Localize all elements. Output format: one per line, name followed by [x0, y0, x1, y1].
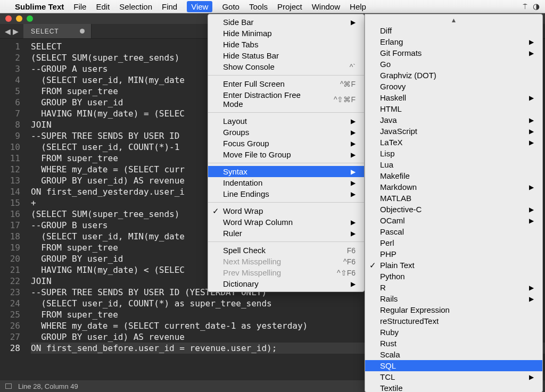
- menu-item-label: Hide Minimap: [223, 29, 272, 38]
- syntax-item-latex[interactable]: LaTeX▶: [365, 137, 542, 148]
- submenu-arrow-icon: ▶: [513, 94, 534, 102]
- syntax-item-matlab[interactable]: MATLAB: [365, 193, 542, 204]
- submenu-arrow-icon: ▶: [513, 38, 534, 46]
- syntax-item-html[interactable]: HTML: [365, 103, 542, 114]
- menu-item-label: Ruler: [223, 229, 242, 238]
- menu-find[interactable]: Find: [162, 2, 177, 11]
- syntax-item-graphviz-dot-[interactable]: Graphviz (DOT): [365, 70, 542, 81]
- syntax-item-erlang[interactable]: Erlang▶: [365, 36, 542, 47]
- cursor-position[interactable]: Line 28, Column 49: [18, 382, 78, 390]
- view-item-dictionary[interactable]: Dictionary▶: [208, 278, 364, 289]
- menu-item-label: HTML: [380, 104, 402, 113]
- menu-file[interactable]: File: [73, 2, 86, 11]
- menu-view[interactable]: View: [187, 1, 212, 12]
- tab-nav-arrows[interactable]: ◀ ▶: [0, 24, 23, 38]
- syntax-item-ocaml[interactable]: OCaml▶: [365, 215, 542, 226]
- syntax-item-javascript[interactable]: JavaScript▶: [365, 126, 542, 137]
- zoom-window-button[interactable]: [27, 15, 33, 22]
- menu-help[interactable]: Help: [350, 2, 366, 11]
- menu-item-label: Enter Distraction Free Mode: [223, 90, 318, 109]
- menu-item-label: Lua: [380, 160, 393, 169]
- view-item-focus-group[interactable]: Focus Group▶: [208, 138, 364, 149]
- syntax-item-git-formats[interactable]: Git Formats▶: [365, 47, 542, 59]
- syntax-item-objective-c[interactable]: Objective-C▶: [365, 204, 542, 215]
- close-window-button[interactable]: [5, 15, 12, 22]
- panel-switcher-icon[interactable]: [5, 383, 12, 389]
- syntax-item-markdown[interactable]: Markdown▶: [365, 181, 542, 193]
- syntax-item-perl[interactable]: Perl: [365, 237, 542, 248]
- tab-select[interactable]: SELECT: [23, 24, 92, 38]
- view-item-layout[interactable]: Layout▶: [208, 115, 364, 127]
- syntax-item-python[interactable]: Python: [365, 271, 542, 282]
- view-item-enter-full-screen[interactable]: Enter Full Screen^⌘F: [208, 78, 364, 89]
- view-item-hide-status-bar[interactable]: Hide Status Bar: [208, 50, 364, 61]
- view-item-enter-distraction-free-mode[interactable]: Enter Distraction Free Mode^⇧⌘F: [208, 89, 364, 110]
- view-item-move-file-to-group[interactable]: Move File to Group▶: [208, 149, 364, 160]
- syntax-item-diff[interactable]: Diff: [365, 25, 542, 36]
- menu-item-label: Indentation: [223, 178, 262, 187]
- syntax-item-rust[interactable]: Rust: [365, 338, 542, 349]
- menu-window[interactable]: Window: [312, 2, 340, 11]
- syntax-item-plain-text[interactable]: ✓Plain Text: [365, 260, 542, 271]
- view-item-hide-minimap[interactable]: Hide Minimap: [208, 28, 364, 39]
- minimize-window-button[interactable]: [16, 15, 22, 22]
- syntax-submenu: ▲ DiffErlang▶Git Formats▶GoGraphviz (DOT…: [365, 14, 543, 392]
- scroll-up-icon[interactable]: ▲: [365, 16, 542, 25]
- syntax-item-pascal[interactable]: Pascal: [365, 226, 542, 237]
- menu-item-label: Java: [380, 115, 397, 124]
- view-item-line-endings[interactable]: Line Endings▶: [208, 188, 364, 199]
- syntax-item-java[interactable]: Java▶: [365, 114, 542, 126]
- status-icon-2[interactable]: ◑: [533, 2, 540, 11]
- syntax-item-regular-expression[interactable]: Regular Expression: [365, 304, 542, 315]
- view-menu-dropdown: Side Bar▶Hide MinimapHide TabsHide Statu…: [208, 14, 365, 292]
- syntax-item-lisp[interactable]: Lisp: [365, 148, 542, 159]
- menu-project[interactable]: Project: [277, 2, 302, 11]
- menu-item-label: PHP: [380, 249, 397, 258]
- menu-selection[interactable]: Selection: [119, 2, 152, 11]
- syntax-item-php[interactable]: PHP: [365, 248, 542, 260]
- view-item-word-wrap[interactable]: ✓Word Wrap: [208, 205, 364, 216]
- syntax-item-haskell[interactable]: Haskell▶: [365, 92, 542, 103]
- view-item-word-wrap-column[interactable]: Word Wrap Column▶: [208, 216, 364, 228]
- submenu-arrow-icon: ▶: [335, 129, 356, 136]
- view-item-spell-check[interactable]: Spell CheckF6: [208, 245, 364, 256]
- view-item-ruler[interactable]: Ruler▶: [208, 228, 364, 239]
- menu-item-label: Next Misspelling: [223, 257, 281, 266]
- app-name[interactable]: Sublime Text: [15, 2, 64, 11]
- menu-item-label: Python: [380, 272, 405, 281]
- syntax-item-makefile[interactable]: Makefile: [365, 170, 542, 181]
- syntax-item-groovy[interactable]: Groovy: [365, 81, 542, 92]
- view-item-hide-tabs[interactable]: Hide Tabs: [208, 39, 364, 50]
- syntax-item-ruby[interactable]: Ruby: [365, 327, 542, 338]
- syntax-item-go[interactable]: Go: [365, 59, 542, 70]
- syntax-item-scala[interactable]: Scala: [365, 349, 542, 360]
- syntax-item-rails[interactable]: Rails▶: [365, 293, 542, 304]
- syntax-item-r[interactable]: R▶: [365, 282, 542, 293]
- view-item-side-bar[interactable]: Side Bar▶: [208, 16, 364, 28]
- dirty-indicator-icon: [80, 29, 85, 34]
- view-item-groups[interactable]: Groups▶: [208, 127, 364, 138]
- menu-edit[interactable]: Edit: [96, 2, 110, 11]
- view-item-syntax[interactable]: Syntax▶: [208, 166, 364, 177]
- menu-item-label: Regular Expression: [380, 305, 450, 314]
- syntax-item-textile[interactable]: Textile: [365, 382, 542, 392]
- menu-goto[interactable]: Goto: [222, 2, 240, 11]
- menu-item-label: Rust: [380, 339, 397, 348]
- menu-item-label: Word Wrap: [223, 206, 263, 215]
- menu-item-label: Lisp: [380, 149, 395, 158]
- syntax-item-tcl[interactable]: TCL▶: [365, 371, 542, 382]
- syntax-item-sql[interactable]: SQL: [365, 360, 542, 371]
- menu-item-label: Plain Text: [380, 261, 415, 270]
- menu-item-label: Haskell: [380, 93, 406, 102]
- menu-item-label: Syntax: [223, 167, 247, 176]
- submenu-arrow-icon: ▶: [335, 190, 356, 198]
- syntax-item-restructuredtext[interactable]: reStructuredText: [365, 315, 542, 327]
- syntax-item-lua[interactable]: Lua: [365, 159, 542, 170]
- menu-item-label: Dictionary: [223, 279, 259, 288]
- menu-item-label: Hide Status Bar: [223, 51, 279, 60]
- view-item-show-console[interactable]: Show Console^`: [208, 61, 364, 72]
- submenu-arrow-icon: ▶: [335, 280, 356, 288]
- status-icon[interactable]: ⍑: [523, 2, 527, 11]
- view-item-indentation[interactable]: Indentation▶: [208, 177, 364, 188]
- menu-tools[interactable]: Tools: [249, 2, 268, 11]
